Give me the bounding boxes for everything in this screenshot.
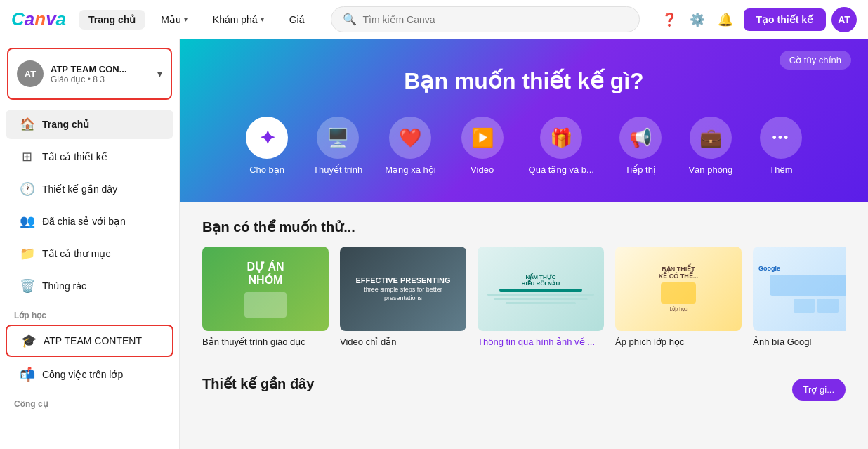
sidebar-item-all-designs[interactable]: ⊞ Tất cả thiết kế (6, 142, 173, 171)
card-thumbnail: NẤM THỰCHIỂU RÕI NÀU (478, 247, 604, 331)
home-nav-button[interactable]: Trang chủ (79, 10, 145, 30)
sidebar-item-classwork[interactable]: 📬 Công việc trên lớp (6, 360, 173, 389)
search-input[interactable] (362, 14, 627, 25)
search-icon: 🔍 (343, 13, 357, 26)
presentation-icon-circle: 🖥️ (317, 117, 359, 159)
user-avatar-button[interactable]: AT (831, 7, 857, 32)
briefcase-icon: 💼 (699, 127, 722, 149)
heart-icon: ❤️ (399, 127, 421, 149)
settings-icon-button[interactable]: ⚙️ (685, 7, 710, 32)
suggestions-section: Bạn có thể muốn thử... DỰ ÁNNHÓM Bản thu… (180, 202, 868, 358)
card-infographic[interactable]: NẤM THỰCHIỂU RÕI NÀU Thông tin qua hình … (478, 247, 604, 347)
category-social[interactable]: ❤️ Mạng xã hội (374, 111, 447, 181)
sidebar-item-label: Thiết kế gần đây (42, 183, 117, 195)
social-icon-circle: ❤️ (389, 117, 431, 159)
category-label: Tiếp thị (625, 164, 656, 175)
avatar: AT (17, 60, 44, 87)
help-icon-button[interactable]: ❓ (657, 7, 682, 32)
khampha-nav-button[interactable]: Khám phá ▾ (203, 10, 274, 30)
category-label: Mạng xã hội (385, 164, 435, 175)
trash-icon: 🗑️ (20, 278, 34, 294)
monitor-icon: 🖥️ (327, 127, 349, 149)
category-label: Video (471, 164, 494, 175)
section-label-congcu: Công cụ (0, 391, 179, 412)
gift-icon: 🎁 (550, 127, 572, 149)
card-label: Bản thuyết trình giáo dục (202, 337, 329, 347)
sidebar-item-trash[interactable]: 🗑️ Thùng rác (6, 271, 173, 301)
profile-name: ATP TEAM CON... (51, 64, 150, 74)
category-video[interactable]: ▶️ Video (447, 111, 518, 181)
card-edu-presentation[interactable]: DỰ ÁNNHÓM Bản thuyết trình giáo dục (202, 247, 329, 347)
folder-icon: 📁 (20, 246, 34, 261)
card-thumbnail: DỰ ÁNNHÓM (202, 247, 329, 331)
create-design-button[interactable]: Tạo thiết kế (744, 8, 826, 31)
card-class-poster[interactable]: BẠN THIẾTKẾ CÓ THỂ... Lớp học Áp phích l… (615, 247, 742, 347)
sidebar-item-label: Đã chia sẻ với bạn (42, 216, 126, 227)
gia-nav-button[interactable]: Giá (280, 10, 315, 30)
play-icon: ▶️ (471, 127, 494, 149)
customize-button[interactable]: Cờ tùy chỉnh (780, 51, 851, 70)
category-marketing[interactable]: 📢 Tiếp thị (605, 111, 676, 181)
help-button[interactable]: Trợ gi... (792, 379, 846, 401)
sidebar-item-label: Trang chủ (42, 119, 89, 130)
category-office[interactable]: 💼 Văn phòng (676, 111, 746, 181)
sidebar-item-home[interactable]: 🏠 Trang chủ (6, 110, 173, 139)
sidebar-item-label: Tất cả thiết kế (42, 151, 107, 162)
card-google-cover[interactable]: Google Ảnh bìa Googl (753, 247, 846, 347)
card-label: Áp phích lớp học (615, 337, 742, 347)
suggestions-card-row: DỰ ÁNNHÓM Bản thuyết trình giáo dục EFFE… (202, 247, 846, 347)
star-sparkle-icon: ✦ (259, 126, 275, 150)
home-icon: 🏠 (20, 117, 34, 132)
main-layout: AT ATP TEAM CON... Giáo dục • 8 3 ▾ 🏠 Tr… (0, 39, 868, 449)
section-label-lophoc: Lớp học (0, 302, 179, 323)
category-gifts[interactable]: 🎁 Quà tặng và b... (518, 111, 605, 181)
sidebar-item-class[interactable]: 🎓 ATP TEAM CONTENT (6, 325, 173, 357)
category-presentation[interactable]: 🖥️ Thuyết trình (302, 111, 374, 181)
category-cho-ban[interactable]: ✦ Cho bạn (232, 111, 302, 181)
category-label: Cho bạn (249, 164, 284, 175)
sidebar-item-recent[interactable]: 🕐 Thiết kế gần đây (6, 174, 173, 204)
chevron-down-icon: ▾ (261, 15, 264, 23)
sidebar-item-shared[interactable]: 👥 Đã chia sẻ với bạn (6, 207, 173, 236)
mau-nav-button[interactable]: Mẫu ▾ (151, 10, 197, 30)
cho-ban-icon-circle: ✦ (246, 117, 288, 159)
category-label: Thêm (769, 164, 792, 175)
grid-icon: ⊞ (20, 149, 34, 164)
topnav: Canva Trang chủ Mẫu ▾ Khám phá ▾ Giá 🔍 ❓… (0, 0, 868, 39)
card-thumbnail: BẠN THIẾTKẾ CÓ THỂ... Lớp học (615, 247, 742, 331)
hero-banner: Bạn muốn thiết kế gì? Cờ tùy chỉnh ✦ Cho… (180, 39, 868, 202)
more-dots-icon: ••• (772, 131, 789, 145)
svg-text:Canva: Canva (11, 10, 66, 30)
chevron-down-icon: ▾ (157, 68, 162, 79)
recent-section: Thiết kế gần đây Trợ gi... (180, 358, 868, 426)
card-video-guide[interactable]: EFFECTIVE PRESENTINGthree simple steps f… (340, 247, 466, 347)
clock-icon: 🕐 (20, 181, 34, 197)
megaphone-icon: 📢 (629, 127, 652, 149)
card-label: Video chỉ dẫn (340, 337, 466, 347)
main-content: Bạn muốn thiết kế gì? Cờ tùy chỉnh ✦ Cho… (180, 39, 868, 449)
sidebar-navigation: 🏠 Trang chủ ⊞ Tất cả thiết kế 🕐 Thiết kế… (0, 105, 179, 415)
gift-icon-circle: 🎁 (540, 117, 582, 159)
card-thumbnail: Google (753, 247, 846, 331)
card-thumbnail: EFFECTIVE PRESENTINGthree simple steps f… (340, 247, 466, 331)
notification-icon-button[interactable]: 🔔 (713, 7, 738, 32)
category-more[interactable]: ••• Thêm (746, 111, 816, 181)
nav-icons: ❓ ⚙️ 🔔 (657, 7, 738, 32)
shared-icon: 👥 (20, 214, 34, 229)
sidebar-item-label: Tất cả thư mục (42, 248, 110, 259)
more-icon-circle: ••• (760, 117, 802, 159)
suggestions-title: Bạn có thể muốn thử... (202, 219, 846, 235)
canva-logo[interactable]: Canva (11, 10, 67, 30)
sidebar-item-folders[interactable]: 📁 Tất cả thư mục (6, 239, 173, 268)
avatar-initials: AT (838, 14, 850, 25)
card-label: Ảnh bìa Googl (753, 337, 846, 347)
category-label: Văn phòng (688, 164, 732, 175)
card-label: Thông tin qua hình ảnh về ... (478, 337, 604, 347)
class-icon: 🎓 (21, 333, 35, 349)
video-icon-circle: ▶️ (461, 117, 504, 159)
marketing-icon-circle: 📢 (619, 117, 662, 159)
profile-selector[interactable]: AT ATP TEAM CON... Giáo dục • 8 3 ▾ (7, 48, 172, 100)
category-label: Quà tặng và b... (529, 164, 594, 175)
category-row: ✦ Cho bạn 🖥️ Thuyết trình ❤️ Mạng xã (232, 111, 816, 181)
recent-title: Thiết kế gần đây (202, 375, 314, 392)
